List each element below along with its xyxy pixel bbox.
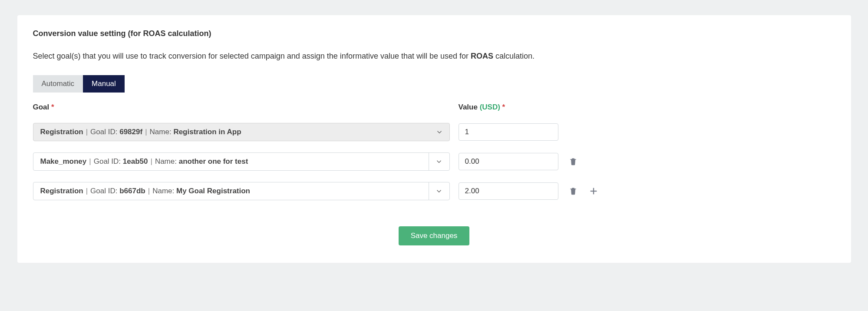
goal-select-row-2[interactable]: Make_money|Goal ID: 1eab50|Name: another… — [33, 152, 450, 171]
goal-name-prefix: Name: — [155, 157, 177, 165]
save-row: Save changes — [33, 226, 835, 245]
goal-select-text: Registration|Goal ID: 69829f|Name: Regis… — [40, 128, 241, 136]
goal-id: 1eab50 — [123, 157, 148, 165]
goal-select-text: Registration|Goal ID: b667db|Name: My Go… — [40, 187, 251, 195]
trash-icon — [569, 187, 578, 195]
trash-icon — [569, 157, 578, 166]
goals-grid: Goal * Value (USD) * Registration|Goal I… — [33, 103, 835, 200]
goal-id-prefix: Goal ID: — [90, 187, 117, 195]
value-input-row-3[interactable] — [459, 182, 558, 200]
goal-name: My Goal Registration — [176, 187, 250, 195]
value-column-label: Value (USD) * — [459, 103, 558, 112]
separator: | — [86, 128, 88, 136]
goal-event: Registration — [40, 187, 83, 195]
goal-event: Make_money — [40, 157, 87, 165]
mode-tabs: Automatic Manual — [33, 75, 125, 93]
value-input-row-2[interactable] — [459, 153, 558, 170]
description-text: Select goal(s) that you will use to trac… — [33, 52, 471, 60]
goal-id-prefix: Goal ID: — [94, 157, 121, 165]
goal-column-label: Goal * — [33, 103, 450, 112]
section-description: Select goal(s) that you will use to trac… — [33, 50, 835, 62]
goal-event: Registration — [40, 128, 83, 136]
required-indicator: * — [51, 103, 54, 111]
value-input-row-1[interactable] — [459, 123, 558, 141]
separator: | — [86, 187, 88, 195]
settings-card: Conversion value setting (for ROAS calcu… — [17, 15, 851, 263]
row-actions — [558, 185, 835, 197]
goal-name: another one for test — [179, 157, 248, 165]
goal-id-prefix: Goal ID: — [90, 128, 117, 136]
goal-name: Registration in App — [173, 128, 241, 136]
goal-select-text: Make_money|Goal ID: 1eab50|Name: another… — [40, 157, 248, 166]
separator: | — [148, 187, 150, 195]
tab-automatic[interactable]: Automatic — [33, 75, 83, 93]
save-button[interactable]: Save changes — [399, 226, 470, 245]
tab-manual[interactable]: Manual — [83, 75, 125, 93]
roas-bold: ROAS — [471, 52, 493, 60]
separator: | — [89, 157, 91, 165]
row-actions — [558, 156, 835, 167]
goal-label-text: Goal — [33, 103, 50, 111]
currency-label: (USD) — [480, 103, 500, 111]
value-label-text: Value — [459, 103, 478, 111]
goal-id: 69829f — [119, 128, 142, 136]
separator: | — [150, 157, 152, 165]
chevron-down-icon — [436, 128, 443, 136]
goal-name-prefix: Name: — [152, 187, 174, 195]
required-indicator: * — [502, 103, 505, 111]
chevron-down-icon — [429, 153, 449, 170]
goal-id: b667db — [119, 187, 145, 195]
description-text-post: calculation. — [493, 52, 535, 60]
goal-select-row-1[interactable]: Registration|Goal ID: 69829f|Name: Regis… — [33, 123, 450, 141]
separator: | — [145, 128, 147, 136]
delete-row-button[interactable] — [568, 186, 578, 196]
section-title: Conversion value setting (for ROAS calcu… — [33, 29, 835, 38]
chevron-down-icon — [429, 182, 449, 200]
plus-icon — [589, 186, 598, 196]
delete-row-button[interactable] — [568, 156, 578, 167]
goal-select-row-3[interactable]: Registration|Goal ID: b667db|Name: My Go… — [33, 182, 450, 200]
add-row-button[interactable] — [588, 185, 599, 197]
goal-name-prefix: Name: — [150, 128, 172, 136]
